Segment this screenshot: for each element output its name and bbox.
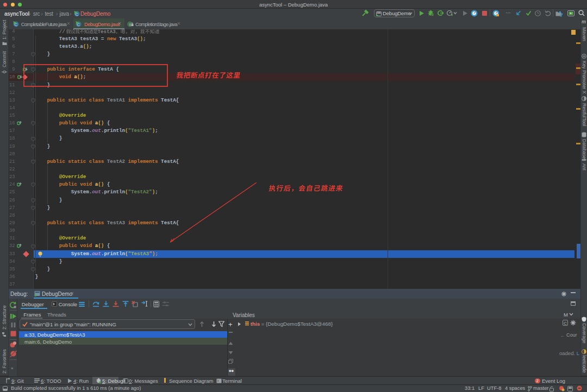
svg-text:TestA3: TestA3 [98, 29, 116, 35]
svg-text://: // [59, 29, 66, 35]
